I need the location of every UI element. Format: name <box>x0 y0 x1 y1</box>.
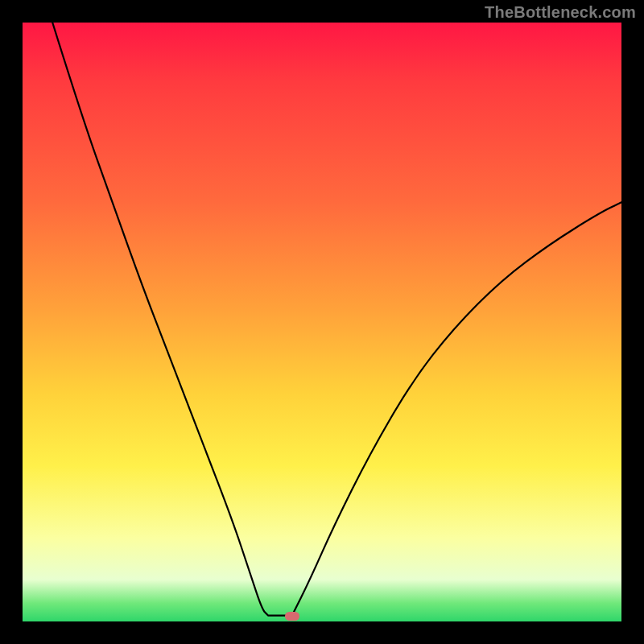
chart-frame: TheBottleneck.com <box>0 0 644 644</box>
min-marker <box>285 612 299 621</box>
bottleneck-curve <box>52 23 621 616</box>
curve-svg <box>23 23 621 621</box>
watermark-label: TheBottleneck.com <box>485 3 636 22</box>
plot-area <box>23 23 621 621</box>
